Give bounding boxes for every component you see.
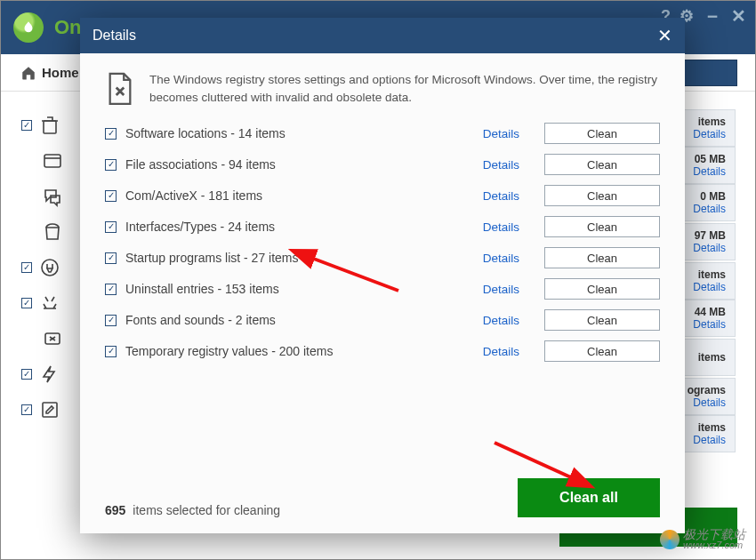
registry-item-row: Interfaces/Types - 24 itemsDetailsClean	[105, 216, 660, 237]
item-clean-button[interactable]: Clean	[544, 123, 660, 144]
registry-item-row: Uninstall entries - 153 itemsDetailsClea…	[105, 278, 660, 300]
item-details-link[interactable]: Details	[483, 220, 519, 234]
modal-title: Details	[92, 28, 136, 44]
item-label: Uninstall entries - 153 items	[125, 282, 279, 296]
item-checkbox[interactable]	[105, 315, 117, 326]
item-details-link[interactable]: Details	[483, 189, 519, 203]
item-label: Interfaces/Types - 24 items	[125, 220, 275, 234]
watermark-url: www.xz7.com	[683, 540, 745, 551]
modal-items-list: Software locations - 14 itemsDetailsClea…	[105, 123, 660, 362]
item-checkbox[interactable]	[105, 159, 117, 171]
item-clean-button[interactable]: Clean	[544, 154, 660, 175]
item-label: Software locations - 14 items	[125, 126, 286, 140]
registry-item-row: Com/ActiveX - 181 itemsDetailsClean	[105, 185, 660, 206]
modal-header: Details ✕	[80, 18, 685, 53]
registry-item-row: Fonts and sounds - 2 itemsDetailsClean	[105, 309, 660, 331]
modal-backdrop: Details ✕ The Windows registry stores se…	[0, 0, 756, 560]
item-checkbox[interactable]	[105, 252, 117, 264]
item-label: Fonts and sounds - 2 items	[125, 313, 276, 327]
selected-count: 695	[105, 503, 125, 517]
item-checkbox[interactable]	[105, 284, 117, 295]
item-clean-button[interactable]: Clean	[544, 185, 660, 206]
item-details-link[interactable]: Details	[483, 283, 519, 296]
details-modal: Details ✕ The Windows registry stores se…	[80, 18, 685, 533]
watermark-icon	[660, 530, 680, 549]
selected-text: items selected for cleaning	[133, 503, 280, 517]
registry-item-row: Software locations - 14 itemsDetailsClea…	[105, 123, 660, 144]
item-checkbox[interactable]	[105, 190, 117, 202]
watermark: 极光下载站 www.xz7.com	[660, 528, 745, 551]
item-clean-button[interactable]: Clean	[544, 340, 660, 362]
registry-item-row: Temporary registry values - 200 itemsDet…	[105, 340, 660, 362]
item-label: Com/ActiveX - 181 items	[125, 188, 262, 203]
item-checkbox[interactable]	[105, 346, 117, 357]
item-clean-button[interactable]: Clean	[544, 278, 660, 300]
watermark-text: 极光下载站	[683, 528, 745, 541]
clean-all-button[interactable]: Clean all	[518, 478, 660, 517]
item-clean-button[interactable]: Clean	[544, 247, 660, 268]
modal-description-row: The Windows registry stores settings and…	[105, 71, 660, 107]
modal-description: The Windows registry stores settings and…	[149, 71, 660, 106]
item-details-link[interactable]: Details	[483, 252, 519, 265]
item-details-link[interactable]: Details	[483, 127, 519, 140]
modal-close-icon[interactable]: ✕	[657, 25, 672, 46]
modal-body: The Windows registry stores settings and…	[80, 53, 685, 533]
item-details-link[interactable]: Details	[483, 158, 519, 172]
item-checkbox[interactable]	[105, 221, 117, 233]
item-details-link[interactable]: Details	[483, 314, 519, 327]
item-checkbox[interactable]	[105, 128, 117, 140]
document-x-icon	[105, 71, 135, 107]
item-label: Temporary registry values - 200 items	[125, 344, 333, 358]
item-label: Startup programs list - 27 items	[125, 251, 299, 265]
item-clean-button[interactable]: Clean	[544, 309, 660, 331]
item-label: File associations - 94 items	[125, 157, 276, 172]
item-clean-button[interactable]: Clean	[544, 216, 660, 237]
registry-item-row: Startup programs list - 27 itemsDetailsC…	[105, 247, 660, 268]
registry-item-row: File associations - 94 itemsDetailsClean	[105, 154, 660, 175]
item-details-link[interactable]: Details	[483, 345, 519, 358]
